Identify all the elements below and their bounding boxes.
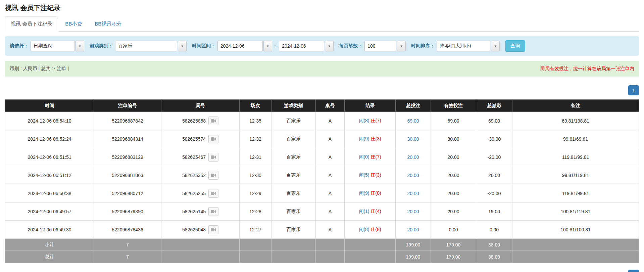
payout-cell: 69.00	[476, 112, 512, 130]
round-cell: 582625574	[161, 130, 240, 148]
payout-cell: -30.00	[476, 130, 512, 148]
time-cell: 2024-12-06 06:51:51	[5, 148, 94, 166]
valid-bet-cell: 0.00	[431, 221, 476, 239]
select-type-combo: ▾	[31, 41, 84, 51]
time-cell: 2024-12-06 06:52:24	[5, 130, 94, 148]
total-bet-cell: 20.00	[396, 166, 431, 184]
total-bet-link[interactable]: 69.00	[407, 118, 419, 124]
session-cell: 12-30	[240, 166, 271, 184]
payout-cell: 19.00	[476, 202, 512, 221]
sort-order-input[interactable]	[437, 41, 490, 51]
video-replay-icon[interactable]	[208, 135, 218, 143]
table-no-cell: A	[316, 184, 345, 202]
table-row: 2024-12-06 06:52:24 522096884314 5826255…	[5, 130, 639, 148]
round-id: 582625467	[182, 154, 206, 160]
select-type-input[interactable]	[31, 41, 75, 51]
date-from-input[interactable]	[217, 41, 263, 51]
table-no-cell: A	[316, 221, 345, 239]
video-replay-icon[interactable]	[208, 189, 218, 198]
tab-bb-video-points[interactable]: BB视讯积分	[89, 16, 127, 32]
tab-bb-tip[interactable]: BB小费	[59, 16, 88, 32]
total-bet-cell: 20.00	[396, 184, 431, 202]
page-size-combo: ▾	[364, 41, 406, 51]
video-replay-icon[interactable]	[208, 117, 218, 125]
summary-bar: 币别 : 人民币 | 总共 :7 注单 | 同局有效投注，统一计算在该局第一张注…	[5, 61, 639, 77]
table-row: 2024-12-06 06:49:30 522096878436 5826250…	[5, 221, 639, 239]
round-cell: 582625145	[161, 202, 240, 221]
date-to-input[interactable]	[279, 41, 324, 51]
total-bet-link[interactable]: 20.00	[407, 227, 419, 232]
total-bet-link[interactable]: 30.00	[407, 136, 419, 142]
session-cell: 12-32	[240, 130, 271, 148]
table-row: 2024-12-06 06:49:57 522096879390 5826251…	[5, 202, 639, 221]
result-banker: 庄(3)	[371, 172, 381, 178]
col-time: 时间	[5, 100, 94, 112]
result-banker: 庄(4)	[371, 209, 381, 214]
tab-betting-records[interactable]: 视讯 会员下注纪录	[5, 16, 58, 32]
filter-bar: 请选择： ▾ 游戏类别： ▾ 时间区间： ▾ ~ ▾ 每页笔数： ▾ 时间排序：…	[5, 36, 639, 56]
chevron-down-icon[interactable]: ▾	[76, 41, 84, 51]
round-id: 582625352	[182, 173, 206, 178]
round-cell: 582625255	[161, 184, 240, 202]
video-replay-icon[interactable]	[208, 153, 218, 162]
table-no-cell: A	[316, 112, 345, 130]
game-type-input[interactable]	[115, 41, 177, 51]
result-cell: 闲(9)庄(3)	[345, 130, 396, 148]
note-cell: 100.81/100.81	[512, 221, 639, 239]
subtotal-row: 小计 7 199.00 179.00 38.00	[5, 239, 639, 251]
valid-bet-cell: 20.00	[431, 184, 476, 202]
result-banker: 庄(8)	[371, 227, 381, 232]
total-bet-link[interactable]: 20.00	[407, 209, 419, 214]
subtotal-label: 小计	[5, 239, 94, 251]
chevron-down-icon[interactable]: ▾	[397, 41, 406, 51]
result-player: 闲(9)	[359, 136, 369, 141]
video-replay-icon[interactable]	[208, 171, 218, 180]
time-cell: 2024-12-06 06:51:12	[5, 166, 94, 184]
video-replay-icon[interactable]	[208, 207, 218, 216]
page-1-button[interactable]: 1	[628, 85, 639, 95]
valid-bet-cell: 30.00	[431, 130, 476, 148]
game-type-cell: 百家乐	[271, 202, 316, 221]
page-container: 视讯 会员下注纪录 视讯 会员下注纪录 BB小费 BB视讯积分 请选择： ▾ 游…	[0, 0, 644, 272]
game-type-cell: 百家乐	[271, 221, 316, 239]
result-cell: 闲(8)庄(7)	[345, 112, 396, 130]
total-count: 7	[94, 251, 161, 263]
session-cell: 12-27	[240, 221, 271, 239]
game-type-cell: 百家乐	[271, 130, 316, 148]
query-button[interactable]: 查询	[505, 40, 525, 52]
chevron-down-icon[interactable]: ▾	[263, 41, 272, 51]
game-type-cell: 百家乐	[271, 184, 316, 202]
result-banker: 庄(0)	[371, 190, 381, 196]
col-note: 备注	[512, 100, 639, 112]
round-id: 582625145	[182, 209, 206, 214]
bet-id-cell: 522096878436	[94, 221, 161, 239]
bet-id-cell: 522096884314	[94, 130, 161, 148]
video-replay-icon[interactable]	[208, 225, 218, 234]
col-table-no: 桌号	[316, 100, 345, 112]
col-result: 结果	[345, 100, 396, 112]
bet-id-cell: 522096880712	[94, 184, 161, 202]
page-size-input[interactable]	[364, 41, 396, 51]
round-cell: 582625467	[161, 148, 240, 166]
total-bet-cell: 20.00	[396, 202, 431, 221]
note-cell: 99.81/119.81	[512, 166, 639, 184]
total-bet-link[interactable]: 20.00	[407, 154, 419, 160]
chevron-down-icon[interactable]: ▾	[491, 41, 500, 51]
betting-records-table: 时间 注单编号 局号 场次 游戏类别 桌号 结果 总投注 有效投注 总派彩 备注…	[5, 99, 639, 263]
chevron-down-icon[interactable]: ▾	[325, 41, 334, 51]
subtotal-payout: 38.00	[476, 239, 512, 251]
total-label: 总计	[5, 251, 94, 263]
result-cell: 闲(1)庄(4)	[345, 202, 396, 221]
chevron-down-icon[interactable]: ▾	[178, 41, 187, 51]
game-type-cell: 百家乐	[271, 166, 316, 184]
subtotal-count: 7	[94, 239, 161, 251]
total-bet-link[interactable]: 20.00	[407, 173, 419, 178]
table-row: 2024-12-06 06:51:51 522096883129 5826254…	[5, 148, 639, 166]
result-cell: 闲(5)庄(3)	[345, 166, 396, 184]
page-1-button[interactable]: 1	[628, 270, 639, 272]
total-bet-link[interactable]: 20.00	[407, 191, 419, 196]
currency-total-text: 币别 : 人民币 | 总共 :7 注单 |	[10, 66, 69, 72]
session-cell: 12-29	[240, 184, 271, 202]
round-cell: 582625048	[161, 221, 240, 239]
note-cell: 99.81/69.81	[512, 130, 639, 148]
